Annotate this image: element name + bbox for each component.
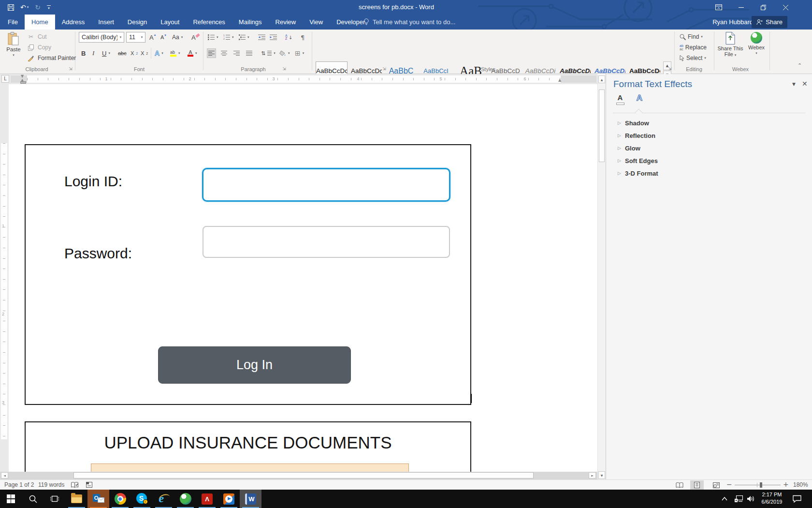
tab-references[interactable]: References <box>186 15 232 30</box>
task-view-button[interactable] <box>44 490 65 508</box>
webex-button[interactable]: Webex ▾ <box>745 32 768 55</box>
close-button[interactable] <box>774 0 797 15</box>
grow-font-button[interactable]: A▴ <box>148 32 158 42</box>
zoom-slider-track[interactable] <box>735 485 781 485</box>
pane-item-reflection[interactable]: ▷ Reflection <box>606 129 812 142</box>
tray-show-hidden-icons[interactable] <box>719 490 730 508</box>
find-button[interactable]: Find ▾ <box>679 32 704 42</box>
increase-indent-button[interactable] <box>269 32 278 42</box>
horizontal-scrollbar[interactable]: ◄ ► <box>0 472 597 479</box>
tell-me-box[interactable]: Tell me what you want to do... <box>363 15 455 30</box>
print-layout-button[interactable] <box>690 480 704 490</box>
tab-home[interactable]: Home <box>25 15 55 30</box>
horizontal-scrollbar-thumb[interactable] <box>73 472 534 478</box>
signed-in-user[interactable]: Ryan Hubbard <box>712 15 753 30</box>
copy-button[interactable]: Copy <box>25 43 52 52</box>
action-center-button[interactable] <box>790 490 804 508</box>
collapse-ribbon-button[interactable]: ⌃ <box>798 62 802 69</box>
tab-design[interactable]: Design <box>121 15 154 30</box>
format-painter-button[interactable]: Format Painter <box>25 53 77 63</box>
tab-stop-selector[interactable]: L <box>1 75 9 83</box>
zoom-in-button[interactable]: + <box>783 480 789 488</box>
tab-mailings[interactable]: Mailings <box>232 15 269 30</box>
zoom-out-button[interactable]: − <box>726 480 732 488</box>
strikethrough-button[interactable]: abc <box>117 48 128 58</box>
zoom-slider-thumb[interactable] <box>760 482 762 488</box>
share-button[interactable]: Share <box>752 16 787 28</box>
tab-review[interactable]: Review <box>269 15 303 30</box>
paste-button[interactable]: Paste ▾ <box>4 32 23 57</box>
text-fill-outline-tab[interactable]: A <box>614 93 626 105</box>
change-case-button[interactable]: Aa▾ <box>171 32 184 42</box>
select-button[interactable]: Select ▾ <box>679 53 707 63</box>
pane-item-shadow[interactable]: ▷ Shadow <box>606 117 812 129</box>
italic-button[interactable]: I <box>91 48 95 58</box>
vertical-scrollbar-thumb[interactable] <box>599 90 605 162</box>
word-count[interactable]: 119 words <box>38 481 64 488</box>
taskbar-webex[interactable] <box>174 490 196 508</box>
superscript-button[interactable]: X2 <box>140 48 149 58</box>
tray-network[interactable] <box>733 490 744 508</box>
log-in-button[interactable]: Log In <box>158 346 351 384</box>
tab-insert[interactable]: Insert <box>91 15 121 30</box>
font-color-button[interactable]: A ▾ <box>187 48 198 58</box>
save-button[interactable] <box>8 4 14 11</box>
show-hide-pilcrow-button[interactable]: ¶ <box>300 32 305 42</box>
shading-button[interactable]: ▾ <box>278 48 291 58</box>
vertical-scrollbar[interactable]: ▲ ▼ <box>597 75 606 479</box>
line-spacing-button[interactable]: ⇅ ▾ <box>260 48 276 58</box>
tab-file[interactable]: File <box>1 15 25 30</box>
share-this-file-button[interactable]: Share This File ▾ <box>716 32 744 57</box>
taskbar-word-active[interactable]: W <box>240 490 261 508</box>
tab-address[interactable]: Address <box>55 15 92 30</box>
taskbar-chrome[interactable] <box>109 490 131 508</box>
borders-button[interactable]: ⊞ ▾ <box>294 48 305 58</box>
page-indicator[interactable]: Page 1 of 2 <box>4 481 34 488</box>
document-canvas[interactable]: 1 2 3 Login ID: Password: Log In UPLOAD … <box>0 84 597 472</box>
password-input[interactable] <box>203 226 450 258</box>
proofing-status-button[interactable] <box>71 482 78 488</box>
multilevel-list-button[interactable]: ▾ <box>238 32 250 42</box>
right-indent-marker[interactable]: ▲ <box>558 78 561 82</box>
read-mode-button[interactable] <box>673 480 686 490</box>
align-right-button[interactable] <box>232 48 241 58</box>
scroll-down-button[interactable]: ▼ <box>598 471 605 479</box>
login-id-input[interactable] <box>202 168 450 202</box>
left-indent-marker[interactable] <box>20 81 26 84</box>
underline-button[interactable]: U▾ <box>101 48 111 58</box>
web-layout-button[interactable] <box>710 480 723 490</box>
shrink-font-button[interactable]: A▾ <box>160 32 169 42</box>
tab-view[interactable]: View <box>303 15 330 30</box>
bullets-button[interactable]: ▾ <box>207 32 219 42</box>
scroll-left-button[interactable]: ◄ <box>1 472 8 478</box>
justify-button[interactable] <box>245 48 253 58</box>
scroll-right-button[interactable]: ► <box>589 472 596 478</box>
font-name-combo[interactable]: Calibri (Body) ▾ <box>79 32 124 43</box>
clear-formatting-button[interactable]: A <box>190 32 203 42</box>
taskbar-internet-explorer[interactable]: e <box>153 490 174 508</box>
redo-button[interactable]: ↻ <box>35 3 41 11</box>
taskbar-acrobat[interactable]: Λ <box>196 490 218 508</box>
taskbar-search-button[interactable] <box>22 490 44 508</box>
subscript-button[interactable]: X2 <box>130 48 139 58</box>
customize-qat-button[interactable]: ▾ <box>47 5 51 9</box>
bold-button[interactable]: B <box>80 48 87 58</box>
replace-button[interactable]: abac Replace <box>679 43 708 52</box>
align-left-button[interactable] <box>207 48 216 58</box>
tray-volume[interactable] <box>745 490 757 508</box>
pane-close-button[interactable]: ✕ <box>802 80 808 88</box>
align-center-button[interactable] <box>220 48 228 58</box>
macro-recording-button[interactable] <box>86 482 92 488</box>
undo-button[interactable]: ↶▾ <box>20 3 29 11</box>
tab-layout[interactable]: Layout <box>154 15 186 30</box>
pane-item-3d-format[interactable]: ▷ 3-D Format <box>606 167 812 179</box>
numbering-button[interactable]: 12 ▾ <box>222 32 235 42</box>
sort-button[interactable]: AZ ↓ <box>284 32 293 42</box>
pane-item-soft-edges[interactable]: ▷ Soft Edges <box>606 154 812 167</box>
taskbar-media-player[interactable]: ▶ <box>218 490 240 508</box>
zoom-level[interactable]: 180% <box>793 481 808 488</box>
styles-dialog-launcher[interactable]: ⇲ <box>667 66 673 72</box>
pane-options-chevron[interactable]: ▼ <box>792 82 796 87</box>
restore-button[interactable] <box>752 0 774 15</box>
decrease-indent-button[interactable] <box>257 32 266 42</box>
